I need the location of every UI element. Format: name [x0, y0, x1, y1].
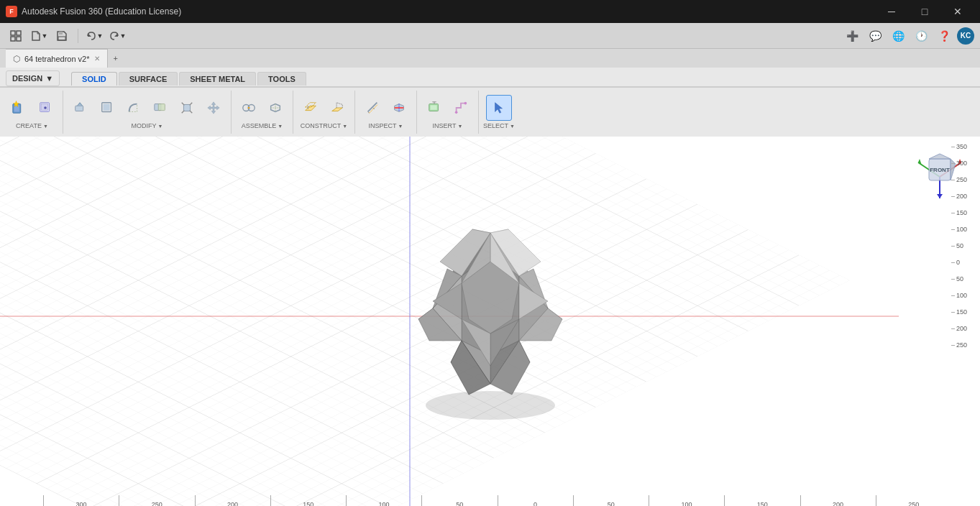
sep-insert — [478, 91, 479, 134]
construct-label[interactable]: CONSTRUCT▼ — [301, 122, 347, 129]
sep-construct — [354, 91, 355, 134]
sep-assemble — [293, 91, 293, 134]
close-button[interactable]: ✕ — [941, 0, 974, 23]
select-buttons — [486, 95, 512, 121]
measure-button[interactable] — [360, 95, 385, 121]
doc-tab-title: 64 tetrahedron v2* — [24, 55, 90, 63]
ruler-btick: 200 — [195, 495, 270, 506]
canvas-button[interactable] — [421, 95, 447, 121]
ruler-tick: 350 — [951, 144, 967, 150]
new-component-button[interactable] — [6, 95, 32, 121]
offset-plane-button[interactable] — [298, 95, 324, 121]
select-label[interactable]: SELECT▼ — [483, 122, 515, 129]
svg-rect-0 — [11, 31, 15, 35]
ruler-tick: 250 — [951, 342, 967, 349]
history-button[interactable]: 🕐 — [911, 26, 931, 46]
svg-marker-6 — [88, 33, 91, 37]
svg-point-12 — [44, 106, 47, 109]
ruler-tick: 100 — [951, 293, 967, 299]
ruler-tick: 50 — [951, 243, 963, 249]
inspect-buttons — [360, 95, 412, 121]
assemble-buttons — [236, 95, 288, 121]
create-label[interactable]: CREATE▼ — [16, 122, 48, 129]
modify-group: MODIFY▼ — [68, 95, 226, 129]
app-icon: F — [6, 6, 17, 17]
section-analysis-button[interactable] — [386, 95, 412, 121]
svg-rect-22 — [431, 105, 437, 109]
doc-tab[interactable]: ⬡ 64 tetrahedron v2* ✕ — [6, 49, 108, 68]
move-button[interactable] — [201, 95, 226, 121]
tab-sheet-metal[interactable]: SHEET METAL — [179, 72, 256, 86]
assemble-group: ASSEMBLE▼ — [236, 95, 288, 129]
grid-button[interactable] — [6, 26, 26, 46]
assemble-label[interactable]: ASSEMBLE▼ — [242, 122, 283, 129]
new-tab-button[interactable]: + — [108, 49, 124, 68]
midplane-button[interactable] — [324, 95, 350, 121]
tab-solid[interactable]: SOLID — [71, 72, 117, 86]
ruler-btick: 50 — [421, 495, 497, 506]
tab-tools[interactable]: TOOLS — [257, 72, 306, 86]
ruler-btick: 100 — [649, 495, 724, 506]
undo-button[interactable]: ▼ — [84, 26, 104, 46]
svg-rect-17 — [158, 104, 165, 111]
axis-front-label: FRONT — [930, 167, 950, 173]
svg-rect-1 — [17, 31, 21, 35]
viewport[interactable]: FRONT 350 300 250 200 150 100 50 0 50 10… — [0, 137, 980, 506]
minimize-button[interactable]: ─ — [875, 0, 908, 23]
save-button[interactable] — [52, 26, 72, 46]
ruler-btick: 0 — [498, 495, 573, 506]
ruler-btick: 150 — [270, 495, 346, 506]
add-button[interactable]: ➕ — [842, 26, 862, 46]
model-shadow — [426, 391, 555, 420]
inspect-label[interactable]: INSPECT▼ — [369, 122, 403, 129]
title-bar: F Autodesk Fusion 360 (Education License… — [0, 0, 980, 23]
tab-surface[interactable]: SURFACE — [119, 72, 178, 86]
scale-button[interactable] — [174, 95, 200, 121]
construct-group: CONSTRUCT▼ — [298, 95, 350, 129]
svg-marker-63 — [937, 194, 943, 198]
shell-button[interactable] — [94, 95, 120, 121]
comment-button[interactable]: 💬 — [865, 26, 885, 46]
joint2-button[interactable] — [262, 95, 288, 121]
svg-button[interactable] — [448, 95, 474, 121]
file-menu-button[interactable]: ▼ — [29, 26, 49, 46]
3d-model — [375, 197, 605, 427]
svg-point-23 — [455, 111, 458, 114]
svg-rect-15 — [104, 104, 110, 111]
ruler-btick: 100 — [346, 495, 421, 506]
select-button[interactable] — [486, 95, 512, 121]
user-button[interactable]: KC — [957, 27, 974, 45]
insert-label[interactable]: INSERT▼ — [433, 122, 463, 129]
ruler-tick: 0 — [951, 259, 960, 266]
design-menu-button[interactable]: DESIGN ▼ — [6, 70, 60, 86]
ruler-tick: 200 — [951, 326, 967, 332]
design-label: DESIGN — [12, 74, 42, 83]
redo-button[interactable]: ▼ — [107, 26, 127, 46]
svg-rect-18 — [183, 104, 190, 111]
ruler-btick: 250 — [876, 495, 951, 506]
tab-close-icon[interactable]: ✕ — [94, 55, 100, 63]
model-area — [0, 137, 980, 506]
svg-marker-65 — [929, 154, 951, 159]
toolbar-right: ➕ 💬 🌐 🕐 ❓ KC — [842, 26, 974, 46]
help-button[interactable]: ❓ — [934, 26, 954, 46]
joint-button[interactable] — [236, 95, 262, 121]
combine-button[interactable] — [147, 95, 173, 121]
push-pull-button[interactable] — [68, 95, 93, 121]
create-group: CREATE▼ — [6, 95, 58, 129]
top-toolbar: ▼ ▼ ▼ ➕ 💬 🌐 🕐 ❓ KC — [0, 23, 980, 49]
svg-rect-4 — [59, 32, 63, 34]
sep-inspect — [416, 91, 417, 134]
ruler-btick: 250 — [119, 495, 194, 506]
modify-label[interactable]: MODIFY▼ — [132, 122, 163, 129]
main-toolbar: DESIGN ▼ SOLID SURFACE SHEET METAL TOOLS — [0, 68, 980, 137]
create-sketch-button[interactable] — [32, 95, 58, 121]
tool-buttons-row: CREATE▼ — [0, 87, 980, 137]
maximize-button[interactable]: □ — [908, 0, 941, 23]
design-caret: ▼ — [45, 74, 53, 83]
network-button[interactable]: 🌐 — [888, 26, 908, 46]
ruler-btick: 150 — [724, 495, 800, 506]
fillet-button[interactable] — [121, 95, 147, 121]
ruler-btick: 300 — [43, 495, 119, 506]
insert-buttons — [421, 95, 474, 121]
